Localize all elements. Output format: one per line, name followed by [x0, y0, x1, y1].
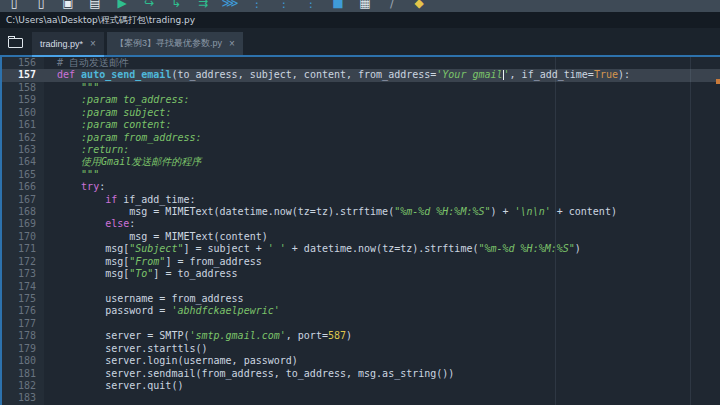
- code-line[interactable]: 175 username = from_address: [0, 293, 720, 305]
- code-text[interactable]: username = from_address: [44, 293, 244, 305]
- line-number[interactable]: 180: [0, 355, 44, 367]
- code-text[interactable]: msg = MIMEText(datetime.now(tz=tz).strft…: [44, 206, 617, 218]
- line-number[interactable]: 160: [0, 107, 44, 119]
- code-text[interactable]: [44, 281, 57, 293]
- step-over-icon[interactable]: ↪: [140, 0, 158, 11]
- line-number[interactable]: 161: [0, 119, 44, 131]
- code-line[interactable]: 172 msg["From"] = from_address: [0, 256, 720, 268]
- code-line[interactable]: 169 else:: [0, 218, 720, 230]
- stop-icon[interactable]: ■: [329, 0, 347, 11]
- code-text[interactable]: msg["From"] = from_address: [44, 256, 262, 268]
- code-text[interactable]: """: [44, 82, 99, 94]
- code-text[interactable]: server = SMTP('smtp.gmail.com', port=587…: [44, 330, 352, 342]
- code-line[interactable]: 181 server.sendmail(from_address, to_add…: [0, 368, 720, 380]
- code-text[interactable]: else:: [44, 218, 135, 230]
- line-number[interactable]: 172: [0, 256, 44, 268]
- code-line[interactable]: 161 :param content:: [0, 119, 720, 131]
- code-line[interactable]: 167 if if_add_time:: [0, 194, 720, 206]
- line-number[interactable]: 178: [0, 330, 44, 342]
- save-all-icon[interactable]: ▤: [86, 0, 104, 11]
- resume-icon[interactable]: ⋙: [221, 0, 239, 11]
- line-number[interactable]: 175: [0, 293, 44, 305]
- threads-icon[interactable]: ⋮: [275, 0, 293, 11]
- code-line[interactable]: 176 password = 'abhdfckaelpewric': [0, 305, 720, 317]
- line-number[interactable]: 181: [0, 368, 44, 380]
- code-text[interactable]: server.sendmail(from_address, to_address…: [44, 368, 454, 380]
- step-into-icon[interactable]: ↳: [167, 0, 185, 11]
- code-text[interactable]: if if_add_time:: [44, 194, 196, 206]
- code-line[interactable]: 164 使用Gmail发送邮件的程序: [0, 156, 720, 168]
- save-icon[interactable]: ▣: [59, 0, 77, 11]
- code-line[interactable]: 158 """: [0, 82, 720, 94]
- step-out-icon[interactable]: ⇉: [194, 0, 212, 11]
- line-number[interactable]: 162: [0, 132, 44, 144]
- line-number[interactable]: 163: [0, 144, 44, 156]
- tab-case3-best-params[interactable]: 【案例3】寻找最优参数.py ×: [107, 32, 243, 55]
- open-file-icon[interactable]: ▯: [32, 0, 50, 11]
- code-line[interactable]: 183: [0, 392, 720, 404]
- code-text[interactable]: msg["Subject"] = subject + ' ' + datetim…: [44, 243, 581, 255]
- line-number[interactable]: 170: [0, 231, 44, 243]
- line-number[interactable]: 177: [0, 318, 44, 330]
- open-files-folder-icon[interactable]: [8, 38, 23, 48]
- code-line[interactable]: 174: [0, 281, 720, 293]
- code-text[interactable]: :param from_address:: [44, 132, 202, 144]
- line-number[interactable]: 173: [0, 268, 44, 280]
- line-number[interactable]: 167: [0, 194, 44, 206]
- run-icon[interactable]: ▶: [113, 0, 131, 11]
- code-line[interactable]: 171 msg["Subject"] = subject + ' ' + dat…: [0, 243, 720, 255]
- tools-icon[interactable]: /: [383, 0, 401, 11]
- line-number[interactable]: 182: [0, 380, 44, 392]
- line-number[interactable]: 168: [0, 206, 44, 218]
- code-text[interactable]: server.quit(): [44, 380, 183, 392]
- code-text[interactable]: :param content:: [44, 119, 171, 131]
- line-number[interactable]: 158: [0, 82, 44, 94]
- new-file-icon[interactable]: ▯: [5, 0, 23, 11]
- code-text[interactable]: password = 'abhdfckaelpewric': [44, 305, 280, 317]
- code-text[interactable]: msg["To"] = to_address: [44, 268, 238, 280]
- code-text[interactable]: :param to_address:: [44, 94, 189, 106]
- code-line[interactable]: 157def auto_send_email(to_address, subje…: [0, 69, 720, 81]
- code-line[interactable]: 173 msg["To"] = to_address: [0, 268, 720, 280]
- code-text[interactable]: # 自动发送邮件: [44, 57, 129, 69]
- line-number[interactable]: 156: [0, 57, 44, 69]
- code-line[interactable]: 159 :param to_address:: [0, 94, 720, 106]
- code-text[interactable]: try:: [44, 181, 105, 193]
- line-number[interactable]: 159: [0, 94, 44, 106]
- line-number[interactable]: 169: [0, 218, 44, 230]
- code-line[interactable]: 182 server.quit(): [0, 380, 720, 392]
- code-text[interactable]: 使用Gmail发送邮件的程序: [44, 156, 201, 168]
- line-number[interactable]: 164: [0, 156, 44, 168]
- code-line[interactable]: 160 :param subject:: [0, 107, 720, 119]
- code-line[interactable]: 179 server.starttls(): [0, 343, 720, 355]
- code-text[interactable]: msg = MIMEText(content): [44, 231, 268, 243]
- pause-icon[interactable]: ⋮: [248, 0, 266, 11]
- code-line[interactable]: 180 server.login(username, password): [0, 355, 720, 367]
- code-line[interactable]: 165 """: [0, 169, 720, 181]
- line-number[interactable]: 157: [0, 69, 44, 81]
- code-line[interactable]: 156# 自动发送邮件: [0, 57, 720, 69]
- code-text[interactable]: :param subject:: [44, 107, 171, 119]
- code-text[interactable]: """: [44, 169, 99, 181]
- code-line[interactable]: 178 server = SMTP('smtp.gmail.com', port…: [0, 330, 720, 342]
- code-line[interactable]: 177: [0, 318, 720, 330]
- line-number[interactable]: 176: [0, 305, 44, 317]
- code-line[interactable]: 163 :return:: [0, 144, 720, 156]
- line-number[interactable]: 183: [0, 392, 44, 404]
- code-text[interactable]: :return:: [44, 144, 129, 156]
- breakpoints-icon[interactable]: ⋮: [302, 0, 320, 11]
- code-text[interactable]: def auto_send_email(to_address, subject,…: [44, 69, 630, 81]
- line-number[interactable]: 174: [0, 281, 44, 293]
- plugin-icon[interactable]: ◆: [410, 0, 428, 11]
- code-line[interactable]: 170 msg = MIMEText(content): [0, 231, 720, 243]
- code-text[interactable]: [44, 392, 57, 404]
- line-number[interactable]: 165: [0, 169, 44, 181]
- code-text[interactable]: server.login(username, password): [44, 355, 298, 367]
- line-number[interactable]: 179: [0, 343, 44, 355]
- close-icon[interactable]: ×: [229, 39, 235, 49]
- line-number[interactable]: 166: [0, 181, 44, 193]
- code-text[interactable]: [44, 318, 57, 330]
- close-icon[interactable]: ×: [90, 39, 96, 49]
- code-text[interactable]: server.starttls(): [44, 343, 208, 355]
- code-line[interactable]: 166 try:: [0, 181, 720, 193]
